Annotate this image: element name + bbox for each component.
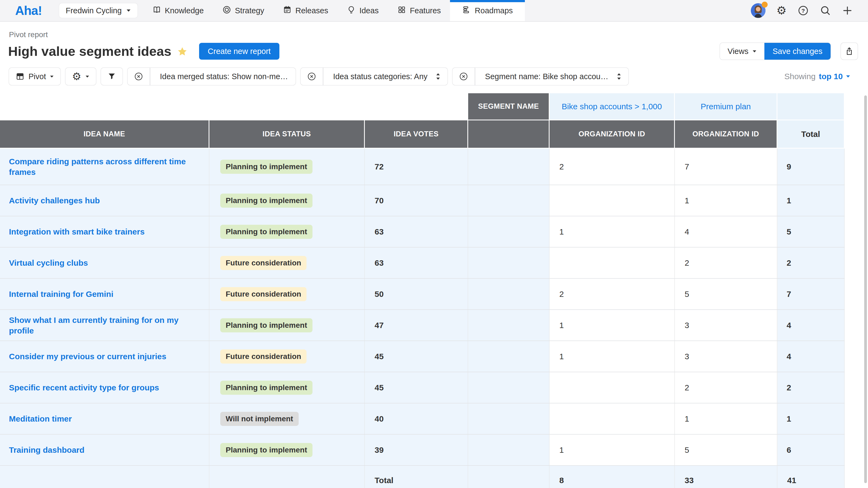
- idea-votes-cell: 70: [365, 185, 468, 216]
- settings-button[interactable]: ⚙: [776, 5, 786, 16]
- org-id-count-cell: 2: [675, 372, 777, 403]
- sort-arrows-icon[interactable]: [616, 68, 628, 85]
- row-total-cell: 4: [777, 341, 845, 372]
- idea-name-cell: Internal training for Gemini: [0, 279, 209, 310]
- org-id-count-cell: [550, 372, 675, 403]
- org-id-count-cell: 2: [675, 248, 777, 278]
- row-total-cell: 2: [777, 248, 845, 278]
- nav-item-strategy[interactable]: Strategy: [213, 0, 273, 21]
- idea-name-link[interactable]: Consider my previous or current injuries: [9, 351, 166, 362]
- remove-filter-icon[interactable]: [127, 68, 150, 85]
- pivot-type-button[interactable]: Pivot: [9, 68, 61, 85]
- segment-spacer-cell: [468, 248, 550, 278]
- table-row: Consider my previous or current injuries…: [0, 340, 845, 372]
- org-id-count-cell: [550, 248, 675, 278]
- pivot-label: Pivot: [29, 72, 46, 81]
- status-badge: Planning to implement: [220, 194, 312, 208]
- segment-spacer-cell: [468, 372, 550, 403]
- row-total-cell: 9: [777, 149, 845, 185]
- nav-item-roadmaps[interactable]: Roadmaps: [450, 0, 525, 21]
- row-total-cell: 1: [777, 185, 845, 216]
- chevron-down-icon: [50, 75, 54, 78]
- idea-name-link[interactable]: Meditation timer: [9, 414, 72, 424]
- filter-chip-status-categories[interactable]: Idea status categories: Any: [301, 68, 447, 85]
- svg-text:?: ?: [802, 8, 805, 14]
- status-badge: Planning to implement: [220, 225, 312, 239]
- report-settings-button[interactable]: ⚙: [65, 68, 96, 85]
- idea-name-cell: Show what I am currently training for on…: [0, 310, 209, 340]
- nav-items: Knowledge Strategy Releases Ideas Featur…: [143, 0, 525, 21]
- save-changes-label: Save changes: [773, 47, 823, 56]
- idea-name-link[interactable]: Show what I am currently training for on…: [9, 315, 198, 336]
- filter-chip-segment-name[interactable]: Segment name: Bike shop accou…: [453, 68, 628, 85]
- grid-icon: [397, 5, 406, 16]
- nav-item-ideas[interactable]: Ideas: [337, 0, 388, 21]
- total-empty-cell: [209, 466, 365, 488]
- avatar[interactable]: [751, 3, 766, 18]
- idea-status-cell: Future consideration: [209, 341, 365, 372]
- header-spacer: [0, 93, 468, 120]
- filter-button[interactable]: [101, 68, 123, 85]
- status-badge: Future consideration: [220, 287, 307, 301]
- nav-item-releases[interactable]: Releases: [273, 0, 337, 21]
- org-id-count-cell: 3: [675, 310, 777, 340]
- idea-name-cell: Training dashboard: [0, 434, 209, 465]
- segment-spacer-cell: [468, 403, 550, 434]
- idea-name-link[interactable]: Training dashboard: [9, 445, 84, 455]
- filter-chip-merged-status[interactable]: Idea merged status: Show non-me…: [127, 68, 296, 85]
- idea-name-link[interactable]: Integration with smart bike trainers: [9, 226, 145, 237]
- nav-item-label: Releases: [296, 6, 328, 15]
- remove-filter-icon[interactable]: [453, 68, 475, 85]
- total-spacer-cell: [468, 466, 550, 488]
- idea-name-link[interactable]: Compare riding patterns across different…: [9, 156, 198, 177]
- nav-item-features[interactable]: Features: [388, 0, 450, 21]
- idea-votes-cell: 50: [365, 279, 468, 310]
- sort-arrows-icon[interactable]: [435, 68, 447, 85]
- title-row: High value segment ideas Create new repo…: [0, 43, 868, 60]
- idea-name-link[interactable]: Internal training for Gemini: [9, 289, 113, 299]
- status-badge: Planning to implement: [220, 381, 312, 395]
- table-row: Show what I am currently training for on…: [0, 310, 845, 340]
- table-row: Internal training for GeminiFuture consi…: [0, 278, 845, 310]
- remove-filter-icon[interactable]: [301, 68, 323, 85]
- pivot-table-icon: [16, 72, 25, 81]
- idea-votes-cell: 40: [365, 403, 468, 434]
- segment-spacer-cell: [468, 279, 550, 310]
- create-new-report-button[interactable]: Create new report: [199, 43, 279, 60]
- segment-link-premium-plan[interactable]: Premium plan: [701, 102, 751, 111]
- page-title: High value segment ideas: [8, 44, 172, 59]
- total-label: Total: [365, 466, 468, 488]
- vertical-scrollbar[interactable]: [864, 95, 867, 483]
- chevron-down-icon: [85, 75, 90, 78]
- help-button[interactable]: ?: [798, 5, 809, 16]
- chevron-down-icon: [126, 9, 131, 12]
- idea-status-cell: Future consideration: [209, 279, 365, 310]
- save-changes-button[interactable]: Save changes: [764, 43, 831, 60]
- table-row: Meditation timerWill not implement4011: [0, 403, 845, 434]
- row-total-cell: 2: [777, 372, 845, 403]
- views-button[interactable]: Views: [720, 43, 764, 60]
- aha-logo[interactable]: Aha!: [15, 3, 42, 18]
- org-id-count-cell: 5: [675, 434, 777, 465]
- create-button-nav[interactable]: [842, 5, 853, 16]
- idea-status-cell: Planning to implement: [209, 434, 365, 465]
- row-total-cell: 7: [777, 279, 845, 310]
- segment-spacer-cell: [468, 434, 550, 465]
- idea-name-link[interactable]: Virtual cycling clubs: [9, 258, 88, 268]
- share-button[interactable]: [841, 43, 858, 60]
- showing-top-selector[interactable]: top 10: [819, 72, 850, 81]
- favorite-star-icon[interactable]: [177, 46, 188, 58]
- nav-item-knowledge[interactable]: Knowledge: [143, 0, 213, 21]
- top-nav: Aha! Fredwin Cycling Knowledge Strategy …: [0, 0, 868, 22]
- segment-link-bike-shop[interactable]: Bike shop accounts > 1,000: [562, 102, 662, 111]
- segment-subheader-empty: [468, 120, 550, 149]
- funnel-icon: [107, 72, 116, 81]
- workspace-switcher[interactable]: Fredwin Cycling: [59, 3, 137, 18]
- search-button[interactable]: [820, 5, 831, 16]
- segment-empty-cell: [777, 93, 845, 120]
- idea-votes-cell: 47: [365, 310, 468, 340]
- idea-name-link[interactable]: Activity challenges hub: [9, 195, 100, 206]
- status-badge: Planning to implement: [220, 443, 312, 457]
- segment-spacer-cell: [468, 185, 550, 216]
- idea-name-link[interactable]: Specific recent activity type for groups: [9, 382, 159, 393]
